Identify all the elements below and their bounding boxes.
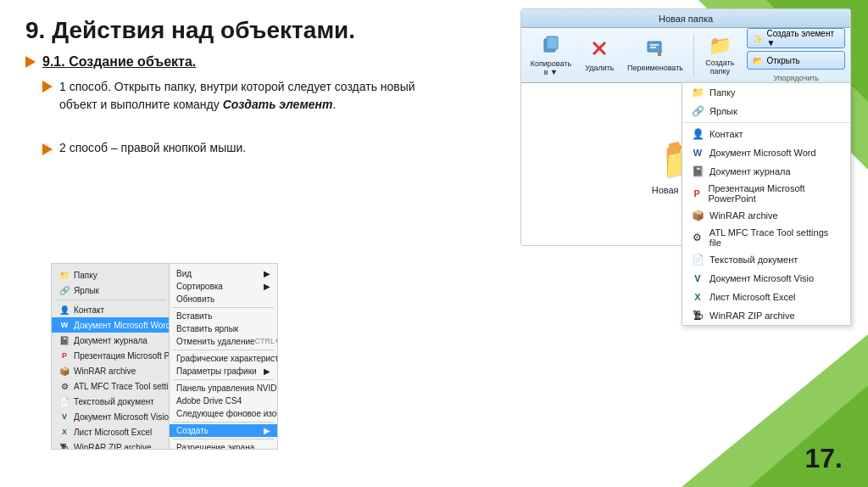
dd-txt-icon: 📄 bbox=[691, 253, 704, 266]
dd-ppt[interactable]: P Презентация Microsoft PowerPoint bbox=[682, 181, 850, 206]
delete-icon bbox=[590, 39, 609, 62]
ctx-zip: 🗜 WinRAR ZIP archive bbox=[52, 439, 170, 450]
ribbon-sep1 bbox=[693, 34, 694, 76]
dd-excel-icon: X bbox=[691, 290, 704, 304]
create-element-label: Создать элемент ▼ bbox=[766, 29, 839, 48]
ctx-sep-r3 bbox=[173, 379, 274, 380]
contact-icon: 👤 bbox=[58, 304, 70, 316]
organize-label: Упорядочить bbox=[747, 74, 845, 82]
open-button[interactable]: 📂 Открыть bbox=[747, 51, 845, 70]
context-right-panel: Вид▶ Сортировка▶ Обновить Вставить Встав… bbox=[169, 264, 277, 449]
dd-contact[interactable]: 👤 Контакт bbox=[682, 125, 850, 143]
ctx-winrar: 📦 WinRAR archive bbox=[52, 363, 170, 378]
create-element-button[interactable]: ✨ Создать элемент ▼ bbox=[747, 28, 845, 48]
create-dropdown: 📁 Папку 🔗 Ярлык 👤 Контакт W Документ Mic… bbox=[682, 82, 851, 326]
create-folder-button[interactable]: 📁 Создать папку bbox=[701, 33, 738, 77]
create-element-group: ✨ Создать элемент ▼ 📂 Открыть Упорядочит… bbox=[747, 28, 845, 82]
ctx-paste-shortcut[interactable]: Вставить ярлык bbox=[170, 322, 277, 335]
ctx-graphics-params[interactable]: Параметры графики▶ bbox=[170, 365, 277, 378]
new-folder-icon: 📁 bbox=[709, 35, 732, 57]
content-area: 9. Действия над объектами. 9.1. Создание… bbox=[0, 0, 868, 487]
rename-button[interactable]: Переименовать bbox=[624, 33, 687, 77]
ctx-word[interactable]: W Документ Microsoft Word bbox=[52, 317, 170, 333]
dd-folder-icon: 📁 bbox=[691, 86, 704, 99]
ctx-view[interactable]: Вид▶ bbox=[170, 267, 277, 280]
window-title: Новая папка bbox=[659, 14, 713, 24]
ctx-sep-r5 bbox=[173, 439, 274, 439]
journal-icon: 📓 bbox=[58, 334, 70, 346]
txt-icon: 📄 bbox=[58, 395, 70, 407]
excel-icon: X bbox=[58, 426, 70, 438]
ctx-resolution[interactable]: Разрешение экрана bbox=[170, 441, 277, 450]
dd-ppt-icon: P bbox=[691, 187, 704, 200]
rename-icon bbox=[646, 39, 665, 62]
dd-zip-icon: 🗜 bbox=[691, 309, 704, 322]
zip-icon: 🗜 bbox=[58, 441, 70, 450]
atl-icon: ⚙ bbox=[58, 380, 70, 392]
ctx-undo[interactable]: Отменить удаление CTRL+Z bbox=[170, 335, 277, 348]
ctx-sep-r1 bbox=[173, 307, 274, 308]
context-left-panel: 📁 Папку 🔗 Ярлык 👤 Контакт W Документ Mic… bbox=[52, 264, 170, 449]
dd-atl[interactable]: ⚙ ATL MFC Trace Tool settings file bbox=[682, 225, 850, 250]
dd-contact-icon: 👤 bbox=[691, 127, 704, 141]
ctx-sep-r2 bbox=[173, 350, 274, 350]
dd-visio[interactable]: V Документ Microsoft Visio bbox=[682, 269, 850, 288]
ctx-atl: ⚙ ATL MFC Trace Tool settings file bbox=[52, 378, 170, 394]
word-icon: W bbox=[58, 319, 70, 331]
dd-shortcut-icon: 🔗 bbox=[691, 104, 704, 118]
ctx-shortcut: 🔗 Ярлык bbox=[52, 283, 170, 298]
method2-text: 2 способ – правой кнопкой мыши. bbox=[59, 139, 246, 157]
ctx-wallpaper[interactable]: Следующее фоновое изображение рабочего с… bbox=[170, 407, 277, 420]
delete-button[interactable]: Удалить bbox=[581, 33, 619, 77]
ctx-excel: X Лист Microsoft Excel bbox=[52, 424, 170, 439]
dd-word[interactable]: W Документ Microsoft Word bbox=[682, 143, 850, 162]
titlebar: Новая папка bbox=[521, 9, 850, 28]
dd-folder[interactable]: 📁 Папку bbox=[682, 83, 850, 102]
dd-winrar-icon: 📦 bbox=[691, 209, 704, 222]
dd-excel[interactable]: X Лист Microsoft Excel bbox=[682, 288, 850, 306]
method1-text: 1 способ. Открыть папку, внутри которой … bbox=[59, 78, 449, 114]
ctx-nvidia[interactable]: Панель управления NVIDIA bbox=[170, 382, 277, 395]
copy-to-button[interactable]: Копировать в ▼ bbox=[526, 33, 576, 77]
ctx-journal: 📓 Документ журнала bbox=[52, 333, 170, 348]
folder-icon: 📁 bbox=[58, 269, 70, 281]
page-number: 17. bbox=[805, 443, 843, 474]
copy-icon bbox=[542, 35, 560, 58]
arrow-icon-method2 bbox=[42, 143, 53, 155]
dd-visio-icon: V bbox=[691, 271, 704, 285]
ctx-refresh[interactable]: Обновить bbox=[170, 293, 277, 305]
ppt-icon: P bbox=[58, 350, 70, 361]
ctx-create[interactable]: Создать▶ bbox=[170, 424, 277, 437]
dd-journal[interactable]: 📓 Документ журнала bbox=[682, 162, 850, 181]
dd-zip[interactable]: 🗜 WinRAR ZIP archive bbox=[682, 306, 850, 325]
ctx-contact: 👤 Контакт bbox=[52, 302, 170, 317]
svg-rect-5 bbox=[547, 36, 558, 49]
dd-word-icon: W bbox=[691, 146, 704, 160]
context-menu-screenshot: 📁 Папку 🔗 Ярлык 👤 Контакт W Документ Mic… bbox=[51, 263, 278, 450]
ctx-graphics[interactable]: Графические характеристики... bbox=[170, 352, 277, 365]
ctx-paste[interactable]: Вставить bbox=[170, 310, 277, 322]
dd-sep1 bbox=[682, 122, 850, 123]
visio-icon: V bbox=[58, 411, 70, 423]
dd-atl-icon: ⚙ bbox=[691, 231, 704, 244]
arrow-icon-method1 bbox=[42, 81, 53, 92]
ctx-visio: V Документ Microsoft Visio bbox=[52, 409, 170, 424]
shortcut-icon: 🔗 bbox=[58, 284, 70, 296]
ctx-folder: 📁 Папку bbox=[52, 267, 170, 283]
dd-shortcut[interactable]: 🔗 Ярлык bbox=[682, 102, 850, 120]
winrar-icon: 📦 bbox=[58, 365, 70, 377]
ctx-sep-r4 bbox=[173, 422, 274, 423]
dd-journal-icon: 📓 bbox=[691, 165, 704, 178]
ribbon-toolbar: Копировать в ▼ Удалить bbox=[521, 28, 850, 83]
ctx-ppt: P Презентация Microsoft PowerPoint bbox=[52, 348, 170, 363]
ctx-sep1 bbox=[55, 299, 166, 300]
ctx-adobe[interactable]: Adobe Drive CS4 bbox=[170, 395, 277, 407]
arrow-icon bbox=[25, 56, 36, 68]
ctx-txt: 📄 Текстовый документ bbox=[52, 394, 170, 409]
dd-txt[interactable]: 📄 Текстовый документ bbox=[682, 250, 850, 269]
ctx-sort[interactable]: Сортировка▶ bbox=[170, 280, 277, 293]
dd-winrar[interactable]: 📦 WinRAR archive bbox=[682, 206, 850, 225]
